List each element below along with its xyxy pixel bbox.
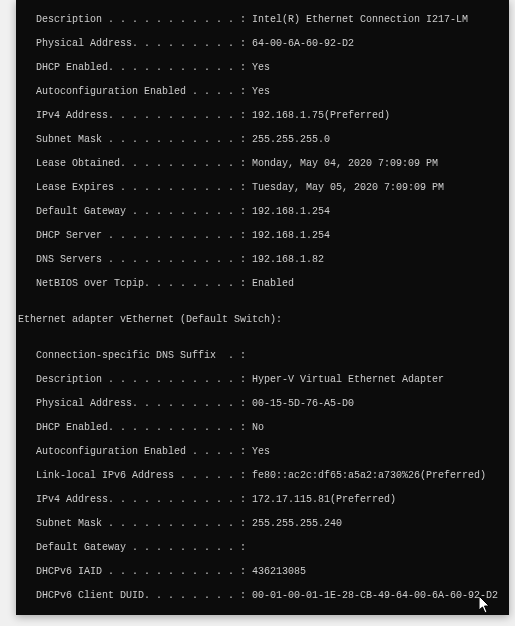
output-line: Description . . . . . . . . . . . : Hype… [18,374,509,386]
output-line: Physical Address. . . . . . . . . : 00-1… [18,398,509,410]
output-line: DHCP Enabled. . . . . . . . . . . : No [18,422,509,434]
adapter-header: Ethernet adapter vEthernet (Default Swit… [18,314,509,326]
output-line: Physical Address. . . . . . . . . : 64-0… [18,38,509,50]
output-line: Default Gateway . . . . . . . . . : 192.… [18,206,509,218]
output-line: DHCP Server . . . . . . . . . . . : 192.… [18,230,509,242]
output-line: NetBIOS over Tcpip. . . . . . . . : Enab… [18,278,509,290]
output-line: Subnet Mask . . . . . . . . . . . : 255.… [18,518,509,530]
output-line: Lease Expires . . . . . . . . . . : Tues… [18,182,509,194]
cmd-window[interactable]: Description . . . . . . . . . . . : Inte… [16,0,509,615]
output-line: IPv4 Address. . . . . . . . . . . : 192.… [18,110,509,122]
output-line: DHCPv6 IAID . . . . . . . . . . . : 4362… [18,566,509,578]
output-line: Autoconfiguration Enabled . . . . : Yes [18,86,509,98]
output-line: Description . . . . . . . . . . . : Inte… [18,14,509,26]
output-line: DNS Servers . . . . . . . . . . . : 192.… [18,254,509,266]
output-line: Subnet Mask . . . . . . . . . . . : 255.… [18,134,509,146]
output-line: Link-local IPv6 Address . . . . . : fe80… [18,470,509,482]
output-line: IPv4 Address. . . . . . . . . . . : 172.… [18,494,509,506]
output-line: Connection-specific DNS Suffix . : [18,350,509,362]
output-line: Default Gateway . . . . . . . . . : [18,542,509,554]
output-line: Autoconfiguration Enabled . . . . : Yes [18,446,509,458]
output-line: Lease Obtained. . . . . . . . . . : Mond… [18,158,509,170]
output-line: DHCPv6 Client DUID. . . . . . . . : 00-0… [18,590,509,602]
output-line: DHCP Enabled. . . . . . . . . . . : Yes [18,62,509,74]
